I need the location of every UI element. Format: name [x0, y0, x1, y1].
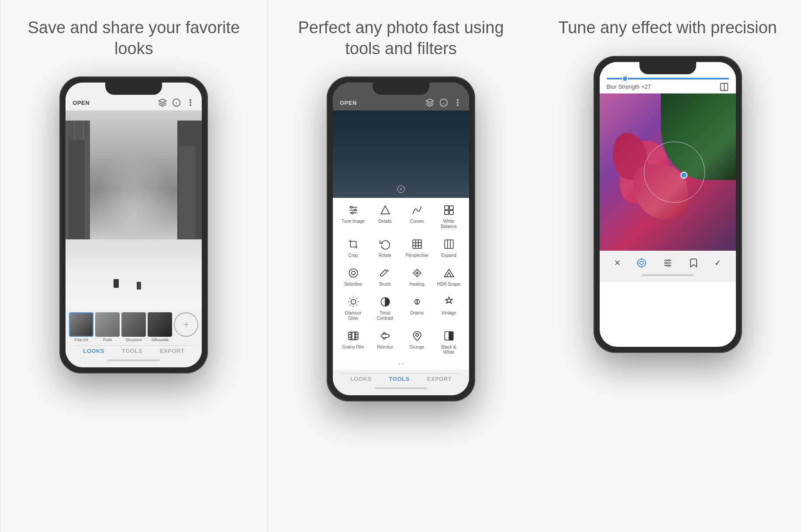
look-label-3: Silhouette — [151, 338, 169, 342]
look-thumb-2 — [121, 312, 146, 337]
tool-black-white-label: Black & White — [436, 345, 462, 355]
bottom-tabs-2: LOOKS TOOLS EXPORT — [342, 373, 460, 384]
selective-icon — [346, 266, 360, 280]
svg-rect-51 — [349, 332, 358, 339]
phone-3-shell: Blur Strength +27 — [594, 56, 742, 353]
more-icon-1 — [186, 98, 195, 107]
expand-icon — [442, 237, 456, 251]
svg-point-21 — [351, 212, 353, 214]
tool-white-balance[interactable]: White Balance — [436, 203, 462, 229]
tool-details-label: Details — [378, 219, 392, 224]
tool-brush[interactable]: Brush — [372, 266, 398, 287]
tool-tonal-contrast[interactable]: Tonal Contrast — [372, 295, 398, 321]
tools-row-4: Grainy Film Retrolux Grunge — [337, 329, 465, 355]
look-label-1: Push — [103, 338, 112, 342]
tab-tools-2[interactable]: TOOLS — [389, 376, 410, 382]
svg-point-13 — [457, 105, 459, 106]
blur-slider-thumb[interactable] — [622, 76, 628, 82]
target-icon-3[interactable] — [636, 258, 647, 268]
compare-icon[interactable] — [719, 82, 729, 92]
tool-black-white[interactable]: Black & White — [436, 329, 462, 355]
open-label-1: OPEN — [73, 100, 90, 106]
grunge-icon — [410, 329, 424, 343]
svg-point-6 — [190, 105, 191, 106]
photo-dark-area — [333, 111, 469, 198]
tool-crop[interactable]: Crop — [340, 237, 366, 258]
tool-grunge[interactable]: Grunge — [404, 329, 430, 355]
tool-white-balance-label: White Balance — [436, 219, 462, 229]
tool-hdr-scape[interactable]: HDR Scape — [436, 266, 462, 287]
tool-crop-label: Crop — [349, 253, 358, 258]
tool-hdr-scape-label: HDR Scape — [437, 282, 460, 287]
person-silhouette-1 — [114, 279, 119, 288]
tool-vintage[interactable]: Vintage — [436, 295, 462, 321]
selection-dot[interactable] — [680, 172, 687, 179]
tool-healing[interactable]: Healing — [404, 266, 430, 287]
black-white-icon — [442, 329, 456, 343]
panel-1-title: Save and share your favorite looks — [20, 17, 247, 59]
tool-grainy-film[interactable]: Grainy Film — [340, 329, 366, 355]
svg-point-72 — [668, 259, 670, 261]
tool-curves[interactable]: Curves — [404, 203, 430, 229]
look-item-3[interactable]: Silhouette — [148, 312, 172, 342]
svg-point-5 — [190, 102, 191, 104]
tool-rotate[interactable]: Rotate — [372, 237, 398, 258]
phone-1-notch — [105, 83, 162, 95]
tab-looks-2[interactable]: LOOKS — [350, 376, 372, 382]
phone-2-inner: OPEN — [333, 83, 469, 395]
svg-point-15 — [400, 188, 402, 190]
curves-icon — [410, 203, 424, 217]
crop-icon — [346, 237, 360, 251]
healing-icon — [410, 266, 424, 280]
look-item-2[interactable]: Structure — [121, 312, 146, 342]
phone-2-bottom: LOOKS TOOLS EXPORT — [333, 370, 469, 395]
tool-rotate-label: Rotate — [379, 253, 391, 258]
tool-glamour-glow[interactable]: Glamour Glow — [340, 295, 366, 321]
svg-point-4 — [190, 100, 191, 101]
look-item-0[interactable]: Fine Art — [69, 312, 93, 342]
tool-tune-image[interactable]: Tune Image — [340, 203, 366, 229]
tool-perspective[interactable]: Perspective — [404, 237, 430, 258]
svg-rect-53 — [355, 332, 356, 339]
panel-2: Perfect any photo fast using tools and f… — [268, 0, 535, 532]
grainy-film-icon — [346, 329, 360, 343]
hdr-scape-icon — [442, 266, 456, 280]
blur-slider-track[interactable] — [607, 78, 729, 79]
svg-rect-27 — [413, 240, 421, 249]
tool-selective[interactable]: Selective — [340, 266, 366, 287]
svg-point-19 — [350, 206, 352, 208]
cancel-btn-3[interactable]: ✕ — [614, 258, 621, 268]
look-item-1[interactable]: Push — [95, 312, 120, 342]
tool-expand[interactable]: Expand — [436, 237, 462, 258]
tools-row-3: Glamour Glow Tonal Contrast Drama — [337, 295, 465, 321]
rotate-icon — [378, 237, 392, 251]
confirm-btn-3[interactable]: ✓ — [715, 258, 721, 268]
topbar-icons-2 — [425, 98, 462, 107]
photo-city-area — [66, 111, 202, 309]
sliders-icon-3[interactable] — [663, 258, 673, 268]
svg-point-63 — [638, 259, 646, 267]
tool-tune-image-label: Tune Image — [342, 219, 365, 224]
tool-retrolux[interactable]: Retrolux — [372, 329, 398, 355]
tab-looks-1[interactable]: LOOKS — [83, 348, 104, 354]
tab-export-2[interactable]: EXPORT — [427, 376, 452, 382]
look-add[interactable]: + — [174, 312, 198, 337]
layers-icon-2 — [425, 98, 434, 107]
tool-details[interactable]: Details — [372, 203, 398, 229]
tool-grunge-label: Grunge — [410, 345, 424, 350]
white-balance-icon — [442, 203, 456, 217]
look-add-btn[interactable]: + — [174, 312, 198, 337]
tonal-contrast-icon — [378, 295, 392, 309]
phone-3-inner: Blur Strength +27 — [600, 62, 736, 347]
phone-2-notch — [373, 83, 429, 95]
bottom-tabs-1: LOOKS TOOLS EXPORT — [74, 345, 193, 356]
tool-drama[interactable]: Drama — [404, 295, 430, 321]
look-label-2: Structure — [126, 338, 142, 342]
tab-tools-1[interactable]: TOOLS — [122, 348, 142, 354]
home-indicator-2 — [375, 387, 427, 389]
svg-line-45 — [356, 305, 357, 306]
svg-line-37 — [387, 269, 388, 271]
bookmark-icon-3[interactable] — [688, 258, 699, 268]
tab-export-1[interactable]: EXPORT — [160, 348, 184, 354]
svg-point-35 — [349, 269, 358, 277]
